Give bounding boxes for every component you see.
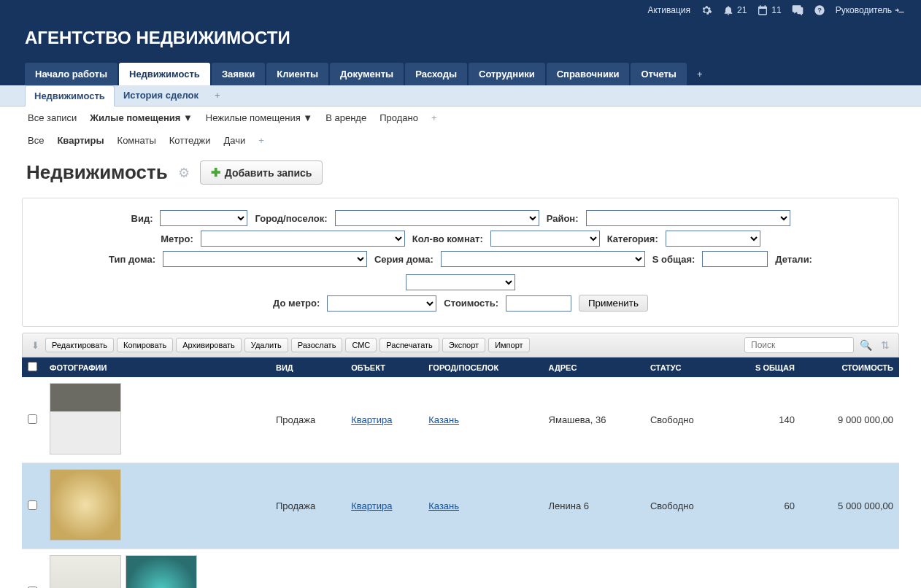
cell-address: Ямашева, 36 <box>543 377 644 463</box>
label-details: Детали: <box>775 254 812 265</box>
select-category[interactable] <box>666 231 760 247</box>
btn-sms[interactable]: СМС <box>345 338 377 352</box>
nav-start[interactable]: Начало работы <box>25 63 117 85</box>
label-district: Район: <box>547 213 579 224</box>
nav-reports[interactable]: Отчеты <box>631 63 687 85</box>
label-vid: Вид: <box>131 213 153 224</box>
cell-object[interactable]: Квартира <box>351 414 392 425</box>
col-photos: ФОТОГРАФИИ <box>44 357 270 377</box>
cell-city[interactable]: Казань <box>428 414 459 425</box>
cell-city[interactable]: Казань <box>428 500 459 511</box>
table-row[interactable]: ПродажаКвартираКазаньЯмашева, 81Свободно… <box>22 549 899 589</box>
user-role[interactable]: Руководитель <box>836 4 906 16</box>
cell-price: 5 000 000,00 <box>801 463 899 549</box>
add-record-button[interactable]: ✚ Добавить запись <box>200 160 323 185</box>
label-city: Город/поселок: <box>255 213 327 224</box>
activation-link[interactable]: Активация <box>647 5 690 15</box>
nav-clients[interactable]: Клиенты <box>266 63 328 85</box>
btn-import[interactable]: Импорт <box>488 338 529 352</box>
filter-all[interactable]: Все <box>28 135 44 146</box>
messages-icon[interactable] <box>792 4 804 16</box>
plus-icon: ✚ <box>211 166 220 179</box>
cell-address: Ленина 6 <box>543 463 644 549</box>
label-rooms: Кол-во комнат: <box>412 233 483 244</box>
btn-edit[interactable]: Редактировать <box>45 338 114 352</box>
btn-archive[interactable]: Архивировать <box>176 338 242 352</box>
input-price[interactable] <box>506 295 571 312</box>
btn-send[interactable]: Разослать <box>291 338 343 352</box>
filter-nonresidential[interactable]: Нежилые помещения ▼ <box>206 112 312 123</box>
select-house-series[interactable] <box>441 251 645 267</box>
select-to-metro[interactable] <box>327 295 436 312</box>
calendar-icon[interactable]: 11 <box>757 4 781 16</box>
subtab-deal-history[interactable]: История сделок <box>115 85 207 106</box>
subtab-add[interactable]: + <box>207 85 228 106</box>
nav-requests[interactable]: Заявки <box>212 63 265 85</box>
filter-add-secondary[interactable]: + <box>258 135 264 146</box>
filter-apartments[interactable]: Квартиры <box>57 135 104 146</box>
filter-all-records[interactable]: Все записи <box>28 112 77 123</box>
help-icon[interactable]: ? <box>814 4 825 16</box>
nav-realestate[interactable]: Недвижимость <box>119 63 210 85</box>
row-checkbox[interactable] <box>28 500 37 510</box>
select-details[interactable] <box>406 274 515 290</box>
cell-vid: Продажа <box>270 377 345 463</box>
table-row[interactable]: ПродажаКвартираКазаньЯмашева, 36Свободно… <box>22 377 899 463</box>
app-header: Активация 21 11 ? Руководитель АГЕНТСТВО… <box>0 0 921 85</box>
nav-add-tab[interactable]: + <box>688 63 712 85</box>
cell-area: 60 <box>725 463 801 549</box>
col-city: ГОРОД/ПОСЕЛОК <box>423 357 542 377</box>
label-house-type: Тип дома: <box>109 254 155 265</box>
apply-button[interactable]: Применить <box>579 295 648 312</box>
settings-icon[interactable] <box>701 4 712 16</box>
search-form: Вид: Город/поселок: Район: Метро: Кол-во… <box>22 198 899 327</box>
select-metro[interactable] <box>201 231 405 247</box>
notifications-bell[interactable]: 21 <box>722 4 747 16</box>
photo-thumbnail[interactable] <box>50 555 121 588</box>
search-icon[interactable]: 🔍 <box>857 339 875 351</box>
filter-dachas[interactable]: Дачи <box>224 135 246 146</box>
filter-cottages[interactable]: Коттеджи <box>169 135 211 146</box>
nav-staff[interactable]: Сотрудники <box>469 63 545 85</box>
label-to-metro: До метро: <box>273 298 320 309</box>
label-metro: Метро: <box>161 233 193 244</box>
photo-thumbnail[interactable] <box>50 383 121 454</box>
col-vid: ВИД <box>270 357 345 377</box>
page-settings-icon[interactable]: ⚙ <box>178 165 190 181</box>
cell-object[interactable]: Квартира <box>351 500 392 511</box>
nav-documents[interactable]: Документы <box>330 63 404 85</box>
select-city[interactable] <box>335 210 539 226</box>
filter-sold[interactable]: Продано <box>379 112 418 123</box>
btn-print[interactable]: Распечатать <box>379 338 439 352</box>
photo-thumbnail[interactable] <box>126 555 197 588</box>
table-row[interactable]: ПродажаКвартираКазаньЛенина 6Свободно605… <box>22 463 899 549</box>
select-rooms[interactable] <box>490 231 600 247</box>
select-vid[interactable] <box>160 210 247 226</box>
filter-residential[interactable]: Жилые помещения ▼ <box>90 112 193 123</box>
sort-icon[interactable]: ⇅ <box>878 339 893 351</box>
select-district[interactable] <box>586 210 790 226</box>
filter-rented[interactable]: В аренде <box>325 112 366 123</box>
filter-rooms[interactable]: Комнаты <box>117 135 156 146</box>
subtab-realestate[interactable]: Недвижимость <box>25 85 115 107</box>
btn-copy[interactable]: Копировать <box>117 338 173 352</box>
col-price: СТОИМОСТЬ <box>801 357 899 377</box>
select-all-checkbox[interactable] <box>28 362 37 371</box>
input-area[interactable] <box>702 251 768 267</box>
cell-price: 3 500 000,00 <box>801 549 899 589</box>
toolbar-dropdown-icon[interactable]: ⬇ <box>28 340 42 351</box>
row-checkbox[interactable] <box>28 414 37 424</box>
nav-expenses[interactable]: Расходы <box>405 63 467 85</box>
label-price: Стоимость: <box>444 298 498 309</box>
app-title: АГЕНТСТВО НЕДВИЖИМОСТИ <box>0 20 921 63</box>
btn-delete[interactable]: Удалить <box>244 338 288 352</box>
page-title: Недвижимость <box>26 161 168 184</box>
btn-export[interactable]: Экспорт <box>442 338 485 352</box>
photo-thumbnail[interactable] <box>50 469 121 541</box>
select-house-type[interactable] <box>163 251 367 267</box>
label-category: Категория: <box>607 233 658 244</box>
nav-directories[interactable]: Справочники <box>547 63 630 85</box>
cell-area: 0 <box>725 549 801 589</box>
grid-search-input[interactable] <box>744 337 854 353</box>
filter-add-primary[interactable]: + <box>431 112 437 123</box>
